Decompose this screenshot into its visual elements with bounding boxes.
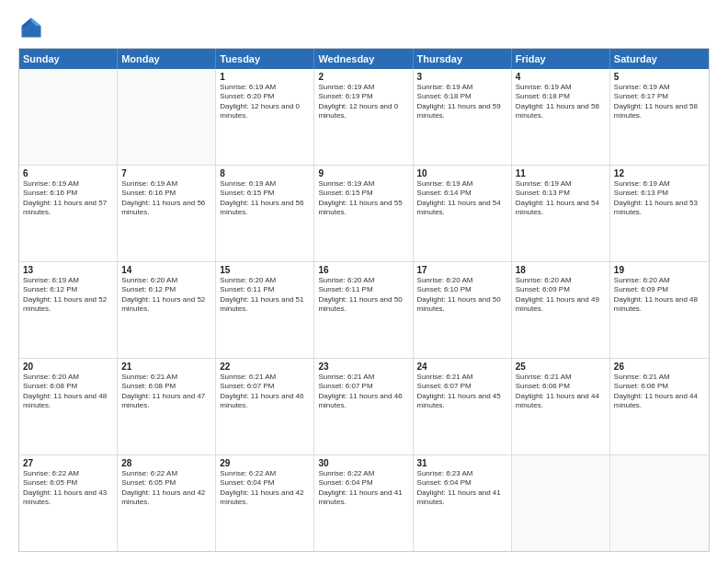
sunset-text: Sunset: 6:19 PM xyxy=(318,92,408,101)
calendar-cell: 20Sunrise: 6:20 AMSunset: 6:08 PMDayligh… xyxy=(19,359,118,454)
sunrise-text: Sunrise: 6:20 AM xyxy=(318,276,408,285)
calendar-cell: 16Sunrise: 6:20 AMSunset: 6:11 PMDayligh… xyxy=(314,262,413,358)
daylight-text: Daylight: 11 hours and 56 minutes. xyxy=(121,199,211,218)
day-number: 23 xyxy=(318,362,408,372)
calendar: SundayMondayTuesdayWednesdayThursdayFrid… xyxy=(18,48,710,552)
daylight-text: Daylight: 11 hours and 51 minutes. xyxy=(220,295,310,315)
sunrise-text: Sunrise: 6:19 AM xyxy=(516,179,606,189)
daylight-text: Daylight: 11 hours and 42 minutes. xyxy=(121,488,211,508)
sunrise-text: Sunrise: 6:20 AM xyxy=(220,276,310,285)
calendar-day-header: Friday xyxy=(512,49,610,69)
day-number: 17 xyxy=(417,265,507,275)
calendar-cell xyxy=(610,455,709,551)
daylight-text: Daylight: 12 hours and 0 minutes. xyxy=(318,102,408,121)
daylight-text: Daylight: 11 hours and 58 minutes. xyxy=(614,102,705,121)
day-number: 14 xyxy=(121,265,211,275)
sunrise-text: Sunrise: 6:19 AM xyxy=(614,83,705,92)
daylight-text: Daylight: 11 hours and 59 minutes. xyxy=(417,102,507,121)
sunrise-text: Sunrise: 6:19 AM xyxy=(318,83,408,92)
calendar-cell: 3Sunrise: 6:19 AMSunset: 6:18 PMDaylight… xyxy=(414,69,512,165)
sunrise-text: Sunrise: 6:23 AM xyxy=(417,469,507,478)
daylight-text: Daylight: 12 hours and 0 minutes. xyxy=(220,102,310,121)
day-number: 24 xyxy=(417,362,507,372)
day-number: 19 xyxy=(614,265,705,275)
day-number: 4 xyxy=(516,72,606,82)
day-number: 8 xyxy=(220,168,310,178)
sunset-text: Sunset: 6:16 PM xyxy=(23,189,113,198)
sunrise-text: Sunrise: 6:19 AM xyxy=(23,179,113,189)
calendar-cell: 2Sunrise: 6:19 AMSunset: 6:19 PMDaylight… xyxy=(314,69,413,165)
daylight-text: Daylight: 11 hours and 43 minutes. xyxy=(23,488,113,508)
sunset-text: Sunset: 6:04 PM xyxy=(220,478,310,488)
daylight-text: Daylight: 11 hours and 58 minutes. xyxy=(516,102,606,121)
sunrise-text: Sunrise: 6:19 AM xyxy=(220,83,310,92)
sunrise-text: Sunrise: 6:22 AM xyxy=(121,469,211,478)
day-number: 10 xyxy=(417,168,507,178)
sunrise-text: Sunrise: 6:21 AM xyxy=(121,373,211,382)
calendar-cell: 24Sunrise: 6:21 AMSunset: 6:07 PMDayligh… xyxy=(414,359,512,454)
daylight-text: Daylight: 11 hours and 47 minutes. xyxy=(121,392,211,411)
daylight-text: Daylight: 11 hours and 44 minutes. xyxy=(516,392,606,411)
sunset-text: Sunset: 6:12 PM xyxy=(23,285,113,294)
calendar-cell: 21Sunrise: 6:21 AMSunset: 6:08 PMDayligh… xyxy=(118,359,216,454)
day-number: 9 xyxy=(318,168,408,178)
day-number: 25 xyxy=(516,362,606,372)
calendar-cell: 13Sunrise: 6:19 AMSunset: 6:12 PMDayligh… xyxy=(19,262,118,358)
day-number: 18 xyxy=(516,265,606,275)
calendar-header: SundayMondayTuesdayWednesdayThursdayFrid… xyxy=(19,49,709,69)
daylight-text: Daylight: 11 hours and 41 minutes. xyxy=(318,488,408,508)
calendar-cell: 19Sunrise: 6:20 AMSunset: 6:09 PMDayligh… xyxy=(610,262,709,358)
calendar-week-row: 6Sunrise: 6:19 AMSunset: 6:16 PMDaylight… xyxy=(19,166,709,262)
sunset-text: Sunset: 6:20 PM xyxy=(220,92,310,101)
day-number: 20 xyxy=(23,362,113,372)
calendar-cell: 14Sunrise: 6:20 AMSunset: 6:12 PMDayligh… xyxy=(118,262,216,358)
daylight-text: Daylight: 11 hours and 56 minutes. xyxy=(220,199,310,218)
calendar-week-row: 27Sunrise: 6:22 AMSunset: 6:05 PMDayligh… xyxy=(19,455,709,551)
sunset-text: Sunset: 6:05 PM xyxy=(121,478,211,488)
sunrise-text: Sunrise: 6:19 AM xyxy=(417,179,507,189)
calendar-day-header: Sunday xyxy=(19,49,118,69)
sunset-text: Sunset: 6:17 PM xyxy=(614,92,705,101)
sunrise-text: Sunrise: 6:21 AM xyxy=(417,373,507,382)
logo-icon xyxy=(18,15,44,40)
calendar-cell: 15Sunrise: 6:20 AMSunset: 6:11 PMDayligh… xyxy=(216,262,314,358)
daylight-text: Daylight: 11 hours and 41 minutes. xyxy=(417,488,507,508)
daylight-text: Daylight: 11 hours and 57 minutes. xyxy=(23,199,113,218)
calendar-cell xyxy=(512,455,610,551)
day-number: 26 xyxy=(614,362,705,372)
sunrise-text: Sunrise: 6:22 AM xyxy=(23,469,113,478)
sunrise-text: Sunrise: 6:19 AM xyxy=(417,83,507,92)
calendar-week-row: 1Sunrise: 6:19 AMSunset: 6:20 PMDaylight… xyxy=(19,69,709,166)
day-number: 28 xyxy=(121,458,211,468)
daylight-text: Daylight: 11 hours and 53 minutes. xyxy=(614,199,705,218)
sunrise-text: Sunrise: 6:20 AM xyxy=(516,276,606,285)
day-number: 11 xyxy=(516,168,606,178)
daylight-text: Daylight: 11 hours and 42 minutes. xyxy=(220,488,310,508)
daylight-text: Daylight: 11 hours and 50 minutes. xyxy=(417,295,507,315)
sunset-text: Sunset: 6:08 PM xyxy=(121,382,211,391)
sunset-text: Sunset: 6:05 PM xyxy=(23,478,113,488)
calendar-cell: 12Sunrise: 6:19 AMSunset: 6:13 PMDayligh… xyxy=(610,166,709,261)
daylight-text: Daylight: 11 hours and 52 minutes. xyxy=(23,295,113,315)
sunset-text: Sunset: 6:18 PM xyxy=(516,92,606,101)
calendar-day-header: Thursday xyxy=(414,49,512,69)
daylight-text: Daylight: 11 hours and 48 minutes. xyxy=(614,295,705,315)
calendar-cell: 28Sunrise: 6:22 AMSunset: 6:05 PMDayligh… xyxy=(118,455,216,551)
day-number: 5 xyxy=(614,72,705,82)
sunrise-text: Sunrise: 6:21 AM xyxy=(516,373,606,382)
daylight-text: Daylight: 11 hours and 46 minutes. xyxy=(220,392,310,411)
calendar-cell: 8Sunrise: 6:19 AMSunset: 6:15 PMDaylight… xyxy=(216,166,314,261)
calendar-cell: 27Sunrise: 6:22 AMSunset: 6:05 PMDayligh… xyxy=(19,455,118,551)
calendar-cell: 22Sunrise: 6:21 AMSunset: 6:07 PMDayligh… xyxy=(216,359,314,454)
sunrise-text: Sunrise: 6:20 AM xyxy=(121,276,211,285)
calendar-day-header: Tuesday xyxy=(216,49,314,69)
sunset-text: Sunset: 6:09 PM xyxy=(614,285,705,294)
day-number: 7 xyxy=(121,168,211,178)
calendar-cell: 17Sunrise: 6:20 AMSunset: 6:10 PMDayligh… xyxy=(414,262,512,358)
sunset-text: Sunset: 6:06 PM xyxy=(516,382,606,391)
sunset-text: Sunset: 6:09 PM xyxy=(516,285,606,294)
day-number: 16 xyxy=(318,265,408,275)
calendar-cell: 10Sunrise: 6:19 AMSunset: 6:14 PMDayligh… xyxy=(414,166,512,261)
sunrise-text: Sunrise: 6:21 AM xyxy=(614,373,705,382)
calendar-cell: 23Sunrise: 6:21 AMSunset: 6:07 PMDayligh… xyxy=(314,359,413,454)
